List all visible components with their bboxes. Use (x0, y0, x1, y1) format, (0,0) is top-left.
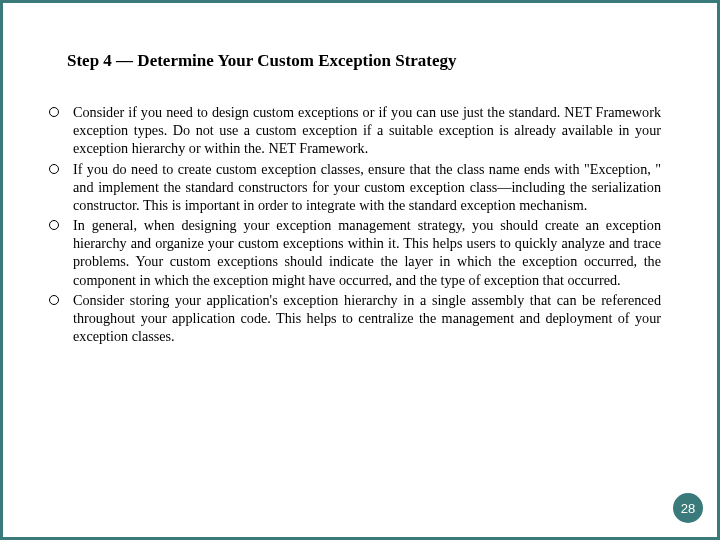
list-item: Consider storing your application's exce… (43, 291, 661, 346)
slide-title: Step 4 — Determine Your Custom Exception… (67, 51, 661, 71)
bullet-list: Consider if you need to design custom ex… (43, 103, 661, 345)
page-number: 28 (681, 501, 695, 516)
list-item: If you do need to create custom exceptio… (43, 160, 661, 215)
list-item: Consider if you need to design custom ex… (43, 103, 661, 158)
slide-body: Step 4 — Determine Your Custom Exception… (3, 3, 717, 387)
page-number-badge: 28 (673, 493, 703, 523)
list-item: In general, when designing your exceptio… (43, 216, 661, 289)
